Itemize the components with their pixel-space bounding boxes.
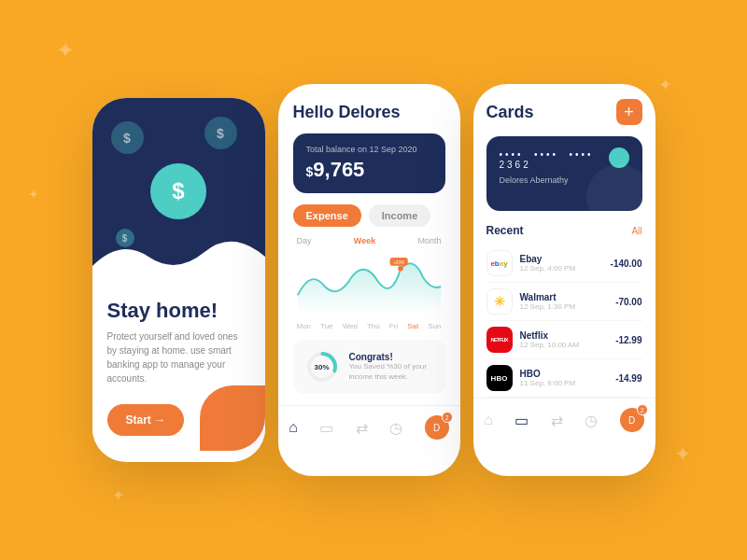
netflix-amount: -12.99 bbox=[615, 335, 641, 345]
walmart-details: Walmart 12 Sep, 1:30 PM bbox=[520, 292, 616, 311]
phone1-description: Protect yourself and loved ones by stayi… bbox=[107, 329, 250, 385]
notification-badge: 2 bbox=[442, 412, 453, 423]
netflix-logo: NETFLIX bbox=[486, 327, 513, 353]
notification-badge-p3: 2 bbox=[637, 404, 648, 415]
bottom-nav-phone3: ⌂ ▭ ⇄ ◷ D 2 bbox=[473, 398, 655, 443]
recent-transactions-header: Recent All bbox=[486, 224, 642, 237]
ebay-name: Ebay bbox=[520, 254, 611, 264]
expense-income-tabs: Expense Income bbox=[293, 204, 445, 227]
dollar-icon-topleft: $ bbox=[111, 121, 144, 154]
nav-home-icon-p3[interactable]: ⌂ bbox=[484, 412, 493, 428]
phone1-title: Stay home! bbox=[107, 300, 250, 322]
chart-days: Mon Tue Wed Thu Fri Sat Sun bbox=[293, 322, 445, 330]
day-sat: Sat bbox=[407, 322, 418, 330]
hbo-name: HBO bbox=[520, 369, 616, 379]
phone1-header: $ $ $ $ bbox=[92, 98, 265, 285]
day-mon: Mon bbox=[297, 322, 312, 330]
nav-history-icon-p3[interactable]: ◷ bbox=[585, 412, 598, 429]
day-tue: Tue bbox=[320, 322, 333, 330]
congrats-title: Congrats! bbox=[349, 352, 434, 362]
bottom-nav-phone2: ⌂ ▭ ⇄ ◷ D 2 bbox=[278, 405, 460, 451]
period-month[interactable]: Month bbox=[417, 236, 441, 245]
congrats-text: Congrats! You Saved %30 of your income t… bbox=[349, 352, 434, 382]
ebay-details: Ebay 12 Sep, 4:00 PM bbox=[520, 254, 611, 273]
netflix-details: Netflix 12 Sep, 10:00 AM bbox=[520, 330, 616, 349]
view-all-button[interactable]: All bbox=[631, 226, 641, 236]
add-card-button[interactable]: + bbox=[616, 99, 642, 125]
congrats-card: 30% Congrats! You Saved %30 of your inco… bbox=[293, 340, 445, 394]
line-chart: +20% bbox=[293, 249, 445, 315]
netflix-date: 12 Sep, 10:00 AM bbox=[520, 341, 616, 349]
income-tab[interactable]: Income bbox=[369, 204, 431, 227]
walmart-logo: ✳ bbox=[486, 288, 513, 315]
day-fri: Fri bbox=[389, 322, 398, 330]
hbo-logo: HBO bbox=[486, 365, 513, 391]
balance-label: Total balance on 12 Sep 2020 bbox=[306, 145, 432, 154]
phone3-content: Cards + •••• •••• •••• 2362 Delores Aber… bbox=[473, 84, 655, 398]
netflix-name: Netflix bbox=[520, 330, 616, 341]
period-day[interactable]: Day bbox=[297, 236, 312, 245]
card-bg-circle bbox=[586, 164, 642, 211]
transaction-hbo: HBO HBO 11 Sep, 8:00 PM -14.99 bbox=[486, 359, 642, 398]
nav-history-icon[interactable]: ◷ bbox=[389, 419, 402, 437]
hbo-details: HBO 11 Sep, 8:00 PM bbox=[520, 369, 616, 387]
period-week[interactable]: Week bbox=[354, 236, 375, 245]
balance-card: Total balance on 12 Sep 2020 $9,765 bbox=[293, 133, 445, 193]
dashboard-phone: Hello Delores Total balance on 12 Sep 20… bbox=[278, 84, 460, 476]
nav-card-icon-p3[interactable]: ▭ bbox=[514, 412, 529, 429]
hbo-date: 11 Sep, 8:00 PM bbox=[520, 379, 616, 387]
transaction-netflix: NETFLIX Netflix 12 Sep, 10:00 AM -12.99 bbox=[486, 321, 642, 359]
cards-header: Cards + bbox=[486, 99, 642, 125]
orange-blob-decoration bbox=[200, 385, 265, 451]
walmart-name: Walmart bbox=[520, 292, 616, 302]
walmart-amount: -70.00 bbox=[615, 297, 641, 307]
transaction-ebay: ebay Ebay 12 Sep, 4:00 PM -140.00 bbox=[486, 245, 642, 283]
balance-amount: $9,765 bbox=[306, 158, 432, 182]
donut-percent: 30% bbox=[314, 363, 329, 371]
nav-profile-avatar[interactable]: D 2 bbox=[425, 415, 449, 440]
donut-chart: 30% bbox=[304, 349, 340, 385]
ebay-date: 12 Sep, 4:00 PM bbox=[520, 264, 611, 273]
phones-container: $ $ $ $ Stay home! Protect yourself and … bbox=[92, 84, 655, 476]
svg-text:+20%: +20% bbox=[392, 260, 404, 265]
credit-card: •••• •••• •••• 2362 Delores Abernathy bbox=[486, 136, 642, 211]
hbo-amount: -14.99 bbox=[615, 373, 641, 384]
expense-tab[interactable]: Expense bbox=[293, 204, 361, 227]
day-wed: Wed bbox=[343, 322, 358, 330]
nav-home-icon[interactable]: ⌂ bbox=[289, 419, 298, 436]
phone1-body: Stay home! Protect yourself and loved on… bbox=[92, 285, 265, 451]
dollar-icon-main: $ bbox=[150, 163, 206, 219]
nav-profile-avatar-p3[interactable]: D 2 bbox=[620, 408, 644, 432]
nav-transfer-icon-p3[interactable]: ⇄ bbox=[551, 412, 563, 429]
svg-point-0 bbox=[398, 266, 403, 272]
walmart-date: 12 Sep, 1:30 PM bbox=[520, 302, 616, 311]
nav-transfer-icon[interactable]: ⇄ bbox=[356, 419, 368, 437]
transaction-walmart: ✳ Walmart 12 Sep, 1:30 PM -70.00 bbox=[486, 283, 642, 321]
greeting-text: Hello Delores bbox=[293, 103, 445, 122]
ebay-amount: -140.00 bbox=[611, 259, 642, 269]
phone2-content: Hello Delores Total balance on 12 Sep 20… bbox=[278, 84, 460, 394]
cards-phone: Cards + •••• •••• •••• 2362 Delores Aber… bbox=[473, 84, 655, 476]
day-thu: Thu bbox=[367, 322, 380, 330]
congrats-description: You Saved %30 of your income this week. bbox=[349, 362, 434, 382]
cards-title: Cards bbox=[486, 103, 534, 122]
wave-svg bbox=[92, 229, 265, 285]
period-selector: Day Week Month bbox=[293, 236, 445, 245]
start-button[interactable]: Start → bbox=[107, 404, 185, 436]
ebay-logo: ebay bbox=[486, 250, 513, 276]
dollar-icon-topright: $ bbox=[204, 117, 237, 149]
chart-area: +20% bbox=[293, 249, 445, 315]
nav-card-icon[interactable]: ▭ bbox=[319, 419, 333, 437]
day-sun: Sun bbox=[428, 322, 441, 330]
recent-title: Recent bbox=[486, 224, 524, 237]
onboarding-phone: $ $ $ $ Stay home! Protect yourself and … bbox=[92, 98, 265, 462]
